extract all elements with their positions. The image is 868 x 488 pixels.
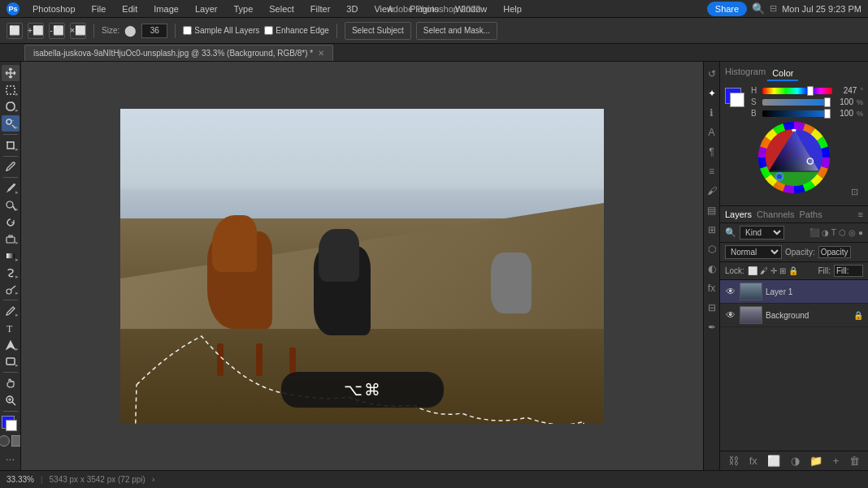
screen-mode-icon[interactable] bbox=[11, 435, 22, 447]
new-layer-icon[interactable]: + bbox=[833, 455, 840, 467]
menu-photoshop[interactable]: Photoshop bbox=[29, 2, 79, 15]
toggle-filter-icon[interactable]: ● bbox=[858, 228, 863, 237]
menu-select[interactable]: Select bbox=[266, 2, 297, 15]
search-icon[interactable]: 🔍 bbox=[752, 2, 765, 15]
layers-panel-menu-icon[interactable]: ≡ bbox=[858, 209, 863, 219]
move-tool[interactable] bbox=[2, 65, 20, 81]
rectangle-tool[interactable]: ▸ bbox=[2, 354, 20, 370]
eyedropper-tool[interactable] bbox=[2, 159, 20, 175]
menu-type[interactable]: Type bbox=[230, 2, 256, 15]
panel-color-swatch[interactable] bbox=[725, 88, 746, 109]
menu-edit[interactable]: Edit bbox=[119, 2, 141, 15]
view-options-icon[interactable]: ⊟ bbox=[770, 3, 777, 14]
zoom-tool[interactable] bbox=[2, 392, 20, 408]
delete-layer-icon[interactable]: 🗑 bbox=[849, 455, 860, 467]
paths-tab[interactable]: Paths bbox=[800, 209, 822, 219]
add-mask-icon[interactable]: ⬜ bbox=[767, 455, 780, 467]
info-icon[interactable]: ℹ bbox=[705, 106, 719, 120]
sample-all-layers-checkbox[interactable]: Sample All Layers bbox=[183, 26, 259, 35]
blur-tool[interactable]: ▸ bbox=[2, 265, 20, 281]
brush-tool[interactable]: ▸ bbox=[2, 180, 20, 196]
history-brush-tool[interactable] bbox=[2, 214, 20, 231]
menu-help[interactable]: Help bbox=[500, 2, 525, 15]
layer-bg-visibility-icon[interactable]: 👁 bbox=[725, 309, 736, 321]
smartobj-filter-icon[interactable]: ◎ bbox=[848, 228, 856, 237]
menu-image[interactable]: Image bbox=[150, 2, 182, 15]
channels-icon[interactable]: ⊞ bbox=[705, 222, 719, 237]
bright-thumb[interactable] bbox=[824, 109, 831, 119]
hue-thumb[interactable] bbox=[807, 86, 814, 96]
history-icon[interactable]: ↺ bbox=[705, 67, 719, 81]
text-tool[interactable]: T bbox=[2, 320, 20, 336]
layers-panel-icon[interactable]: ▤ bbox=[705, 203, 719, 218]
more-tools[interactable]: ··· bbox=[2, 451, 20, 467]
pattern-icon[interactable]: ⊟ bbox=[705, 300, 719, 315]
quick-mask-icon[interactable] bbox=[0, 435, 10, 447]
lock-position-icon[interactable]: ✛ bbox=[770, 266, 777, 275]
bright-track[interactable] bbox=[762, 110, 829, 117]
brush-settings-icon[interactable]: 🖌 bbox=[705, 184, 719, 198]
quick-select-tool[interactable]: ▸ bbox=[2, 115, 20, 132]
lock-artboard-icon[interactable]: ⊞ bbox=[779, 266, 786, 275]
crop-tool[interactable]: ▸ bbox=[2, 137, 20, 153]
text-filter-icon[interactable]: T bbox=[831, 228, 836, 237]
filter-kind-select[interactable]: Kind bbox=[740, 226, 784, 240]
layers-tab[interactable]: Layers bbox=[725, 209, 752, 219]
hue-track[interactable] bbox=[762, 88, 832, 94]
document-tab[interactable]: isabella-juskova-9aNItHjuOc0-unsplash.jp… bbox=[24, 45, 333, 61]
adjustment-filter-icon[interactable]: ◑ bbox=[822, 228, 829, 237]
select-subject-button[interactable]: Select Subject bbox=[345, 22, 411, 40]
menu-layer[interactable]: Layer bbox=[192, 2, 221, 15]
adjustment-icon[interactable]: ◐ bbox=[705, 261, 719, 276]
style-icon[interactable]: fx bbox=[705, 281, 719, 296]
enhance-edge-checkbox[interactable]: Enhance Edge bbox=[264, 26, 329, 35]
subtract-selection-icon[interactable]: -⬜ bbox=[49, 23, 65, 39]
hand-tool[interactable] bbox=[2, 375, 20, 391]
sat-track[interactable] bbox=[762, 99, 829, 106]
intersect-selection-icon[interactable]: ×⬜ bbox=[70, 23, 86, 39]
status-arrow[interactable]: › bbox=[152, 475, 154, 484]
layer-1-visibility-icon[interactable]: 👁 bbox=[725, 286, 736, 297]
gradient-tool[interactable]: ▸ bbox=[2, 248, 20, 264]
add-selection-icon[interactable]: +⬜ bbox=[28, 23, 44, 39]
lock-paint-icon[interactable]: 🖌 bbox=[760, 266, 768, 275]
menu-filter[interactable]: Filter bbox=[307, 2, 333, 15]
enhance-edge-input[interactable] bbox=[264, 26, 273, 35]
settings-icon[interactable]: ✦ bbox=[705, 86, 719, 101]
clone-tool[interactable]: ▸ bbox=[2, 197, 20, 214]
lock-all-icon[interactable]: 🔒 bbox=[788, 266, 798, 275]
add-style-icon[interactable]: fx bbox=[749, 455, 757, 467]
channels-tab[interactable]: Channels bbox=[757, 209, 794, 219]
lock-transparent-icon[interactable]: ⬜ bbox=[748, 266, 757, 275]
eraser-tool[interactable]: ▸ bbox=[2, 231, 20, 247]
sample-all-layers-input[interactable] bbox=[183, 26, 192, 35]
select-mask-button[interactable]: Select and Mask... bbox=[416, 22, 497, 40]
tab-close-icon[interactable]: ✕ bbox=[318, 49, 324, 58]
layer-item-background[interactable]: 👁 Background 🔒 bbox=[720, 304, 868, 327]
link-layers-icon[interactable]: ⛓ bbox=[728, 455, 739, 467]
color-wheel-resize-icon[interactable]: ⊡ bbox=[851, 187, 858, 197]
lasso-tool[interactable]: ▸ bbox=[2, 99, 20, 115]
layer-item-1[interactable]: 👁 Layer 1 bbox=[720, 280, 868, 304]
histogram-tab[interactable]: Histogram bbox=[725, 67, 766, 81]
pen-tool[interactable]: ▸ bbox=[2, 303, 20, 319]
menu-file[interactable]: File bbox=[89, 2, 110, 15]
marquee-tool[interactable]: ▸ bbox=[2, 82, 20, 98]
new-selection-icon[interactable]: ⬜ bbox=[7, 23, 23, 39]
shape-filter-icon[interactable]: ⬡ bbox=[839, 228, 846, 237]
color-wheel-svg[interactable] bbox=[757, 121, 831, 194]
sat-thumb[interactable] bbox=[824, 97, 831, 107]
fill-input[interactable] bbox=[834, 265, 863, 277]
dodge-tool[interactable]: ▸ bbox=[2, 282, 20, 298]
font-icon[interactable]: A bbox=[705, 125, 719, 140]
color-wheel-container[interactable]: ⊡ bbox=[725, 118, 863, 201]
pixel-filter-icon[interactable]: ⬛ bbox=[809, 228, 819, 237]
color-swatch[interactable] bbox=[2, 416, 20, 432]
brush-size-input[interactable]: 36 bbox=[141, 24, 167, 38]
brush-tool-icon[interactable]: ✒ bbox=[705, 320, 719, 335]
color-tab[interactable]: Color bbox=[767, 67, 798, 81]
blend-mode-select[interactable]: Normal bbox=[725, 245, 782, 259]
new-fill-layer-icon[interactable]: ◑ bbox=[791, 455, 800, 467]
path-select-tool[interactable]: ▸ bbox=[2, 337, 20, 353]
align-icon[interactable]: ≡ bbox=[705, 164, 719, 179]
